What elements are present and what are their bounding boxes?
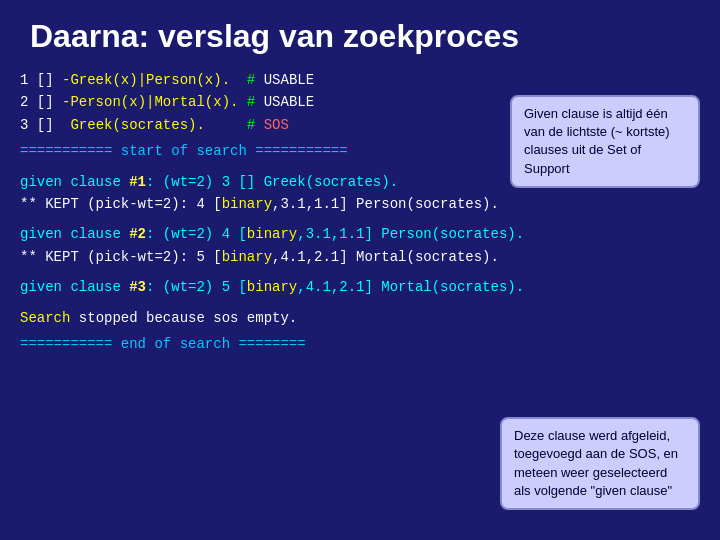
- given-clause-2-line2: ** KEPT (pick-wt=2): 5 [binary,4.1,2.1] …: [20, 246, 700, 268]
- given-clause-2-line1: given clause #2: (wt=2) 4 [binary,3.1,1.…: [20, 223, 700, 245]
- tooltip2-text: Deze clause werd afgeleid, toegevoegd aa…: [514, 428, 678, 498]
- search-stopped: Search stopped because sos empty.: [20, 307, 700, 329]
- clause-row-1: 1 [] -Greek(x)|Person(x). # USABLE: [20, 69, 700, 91]
- tooltip1-text: Given clause is altijd één van de lichts…: [524, 106, 670, 176]
- title: Daarna: verslag van zoekproces: [0, 0, 720, 65]
- search-stopped-text: Search stopped because sos empty.: [20, 307, 700, 329]
- given-clause-2: given clause #2: (wt=2) 4 [binary,3.1,1.…: [20, 223, 700, 268]
- tooltip-given-clause: Given clause is altijd één van de lichts…: [510, 95, 700, 188]
- given-clause-3-line1: given clause #3: (wt=2) 5 [binary,4.1,2.…: [20, 276, 700, 298]
- given-clause-1-line2: ** KEPT (pick-wt=2): 4 [binary,3.1,1.1] …: [20, 193, 700, 215]
- given-clause-3: given clause #3: (wt=2) 5 [binary,4.1,2.…: [20, 276, 700, 298]
- separator-end: =========== end of search ========: [20, 333, 700, 355]
- tooltip-derived-clause: Deze clause werd afgeleid, toegevoegd aa…: [500, 417, 700, 510]
